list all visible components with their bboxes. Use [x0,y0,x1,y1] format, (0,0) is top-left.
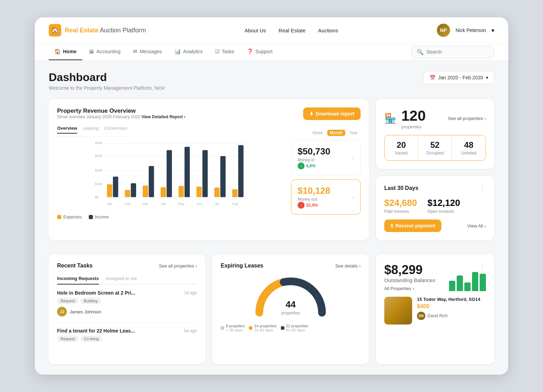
mini-bar [449,281,455,291]
money-out-info: $10,128 Money out ↓ 32,4% [298,185,330,209]
mini-bar-chart [449,270,486,291]
occupied-label: Occupied [422,151,448,155]
tasks-card: Recent Tasks See all properties › Incomi… [49,254,205,364]
search-icon: 🔍 [417,49,424,55]
page-title: Dashboard [49,71,165,84]
receive-payment-button[interactable]: $ Receive payment [384,219,441,232]
money-in-label: Money in [298,158,330,162]
owner-name: David Rich [427,313,448,318]
date-range-label: Jan 2020 - Feb 2020 [438,75,483,80]
view-detailed-report-link[interactable]: View Detailed Report › [141,114,185,119]
donut-chart-svg: 44 properties [252,274,329,320]
up-icon: ↑ [298,162,305,169]
sidebar-item-accounting[interactable]: 🏛 Accounting [84,44,126,60]
svg-text:May: May [178,202,184,206]
sidebar-item-home[interactable]: 🏠 Home [49,43,82,60]
task-tags: Request Building [57,298,197,304]
property-image [384,297,412,325]
prop-address: 15 Tudor Way, Hertford, SG14 [417,297,486,302]
svg-rect-10 [107,184,112,197]
tag-building: Building [80,298,101,304]
table-row: Find a tenant for 22 Holme Leas... 1w ag… [57,328,197,350]
time-tab-week[interactable]: Week [309,130,325,136]
logo-sub: Auction Platform [100,27,146,34]
open-amount: $12,120 [427,198,460,208]
sidebar-item-support[interactable]: ❓ Support [241,43,278,60]
date-picker[interactable]: 📅 Jan 2020 - Feb 2020 ▾ [424,71,494,84]
main-content: Dashboard Welcome to the Property Manage… [35,61,508,375]
donut-container: 44 properties [221,274,361,320]
revenue-tabs: Overview Leasing Conversion [57,126,127,137]
chevron-right-icon: › [485,223,486,229]
prop-price: $400 [417,303,486,310]
property-thumbnail [384,297,412,325]
paid-label: Paid Invoices [384,209,417,214]
top-nav-links: About Us Real Estate Auctions [245,27,338,33]
prop-count-group: 120 properties [401,107,426,129]
svg-rect-21 [203,150,208,197]
time-tab-month[interactable]: Month [327,130,345,136]
tasks-header: Recent Tasks See all properties › [57,263,197,269]
nav-label-home: Home [63,49,77,54]
building-icon: 🏪 [384,113,396,124]
svg-text:44: 44 [286,299,296,310]
sidebar-item-analytics[interactable]: 📊 Analytics [169,43,208,60]
chart-legend: Expenses Income [57,215,285,219]
prop-count: 120 [401,107,426,124]
tab-overview[interactable]: Overview [57,126,77,134]
unlisted-count: 48 [455,140,482,150]
view-all-link[interactable]: View All › [467,223,486,229]
sidebar-item-tasks[interactable]: ☑ Tasks [210,43,240,60]
home-icon: 🏠 [54,48,61,55]
tab-incoming[interactable]: Incoming Requests [57,273,99,285]
svg-text:Jan: Jan [107,202,112,206]
nav-link-about-us[interactable]: About Us [245,27,266,33]
tab-assigned[interactable]: Assigned to me [106,273,137,285]
svg-rect-19 [184,147,190,197]
inv-amounts: $24,680 Paid Invoices $12,120 Open Invoi… [384,198,486,214]
svg-text:$0: $0 [95,195,99,199]
bar-chart-svg: $50k $35k $20k $10k $0 [57,140,285,210]
all-properties-link[interactable]: All Properties › [384,286,435,291]
svg-text:$10k: $10k [95,182,102,186]
chevron-right-icon: › [412,286,414,291]
see-details-link[interactable]: See details › [335,263,361,269]
vacant-label: Vacant [388,151,415,155]
sub-nav: 🏠 Home 🏛 Accounting ✉ Messages 📊 Analyti… [35,43,508,61]
table-row: Hole in Bedroom Screen at 2 Pri... 2d ag… [57,290,197,322]
mini-bar [480,274,486,291]
nav-link-auctions[interactable]: Auctions [318,27,338,33]
time-tab-year[interactable]: Year [347,130,361,136]
logo-text: Real Estate Auction Platform [65,27,146,34]
revenue-header: Property Revenue Overview Show overview … [57,107,361,123]
svg-text:$35k: $35k [95,154,102,158]
legend-dot [281,326,284,330]
download-report-button[interactable]: ⬇ Download report [303,107,361,120]
user-name[interactable]: Nick Peterson [456,27,486,33]
svg-rect-24 [232,189,237,197]
search-input[interactable] [426,49,489,55]
nav-label-support: Support [255,49,273,54]
top-nav: 🏠 Real Estate Auction Platform About Us … [35,17,508,43]
chevron-down-icon: ▾ [491,27,494,34]
svg-rect-25 [238,145,243,197]
nav-link-real-estate[interactable]: Real Estate [278,27,306,33]
sidebar-item-messages[interactable]: ✉ Messages [127,43,167,60]
tab-leasing[interactable]: Leasing [83,126,99,134]
money-in-box: $50,730 Money in ↑ 4,8% › [291,140,361,175]
see-all-properties-link[interactable]: See all properties › [448,116,486,121]
more-options-icon[interactable]: ⋮ [479,184,486,192]
prop-stat-unlisted: 48 Unlisted [452,135,486,160]
revenue-title: Property Revenue Overview [57,107,186,114]
support-icon: ❓ [247,48,253,55]
see-all-tasks-link[interactable]: See all properties › [159,263,197,269]
svg-rect-14 [143,185,148,197]
vacant-count: 20 [388,140,415,150]
svg-text:Jul: Jul [215,202,219,206]
tag-request: Request [57,298,78,304]
more-options-icon[interactable]: ⋮ [479,263,486,270]
tasks-tabs: Incoming Requests Assigned to me [57,273,197,285]
task-title: Find a tenant for 22 Holme Leas... [57,328,135,334]
tab-conversion[interactable]: Conversion [104,126,127,134]
search-box[interactable]: 🔍 [411,46,494,58]
